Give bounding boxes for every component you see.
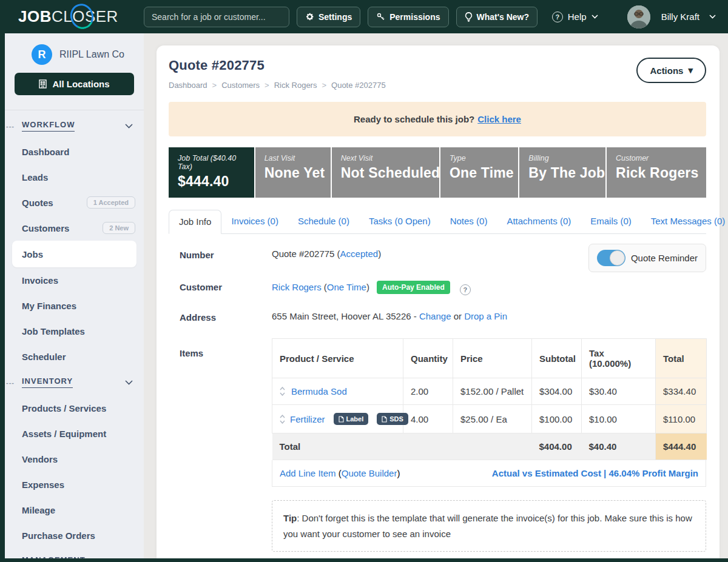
sidebar-item-label: Job Templates bbox=[22, 326, 85, 336]
chevron-down-icon[interactable] bbox=[709, 15, 716, 19]
sidebar-item-expenses[interactable]: Expenses bbox=[5, 472, 144, 497]
stat-next-visit: Next VisitNot Scheduled bbox=[332, 147, 439, 198]
quotes-badge: 1 Accepted bbox=[87, 196, 135, 209]
settings-button[interactable]: Settings bbox=[297, 7, 360, 27]
stat-value: $444.40 bbox=[178, 173, 245, 190]
tab-emails[interactable]: Emails (0) bbox=[581, 210, 641, 233]
breadcrumb: Dashboard > Customers > Rick Rogers > Qu… bbox=[169, 81, 386, 90]
stat-value: None Yet bbox=[265, 165, 322, 181]
total-row-total: $444.40 bbox=[656, 433, 707, 460]
customer-name-link[interactable]: Rick Rogers bbox=[272, 282, 322, 292]
sidebar-item-vendors[interactable]: Vendors bbox=[5, 446, 144, 472]
sidebar-item-assets-equipment[interactable]: Assets / Equipment bbox=[5, 421, 144, 446]
autopay-help-icon[interactable]: ? bbox=[460, 284, 471, 295]
col-header-price: Price bbox=[453, 339, 532, 378]
badge-label: SDS bbox=[389, 415, 403, 423]
sidebar-item-job-templates[interactable]: Job Templates bbox=[5, 318, 144, 344]
breadcrumb-customers[interactable]: Customers bbox=[221, 81, 260, 90]
section-dashes: --- bbox=[6, 122, 15, 130]
actions-button[interactable]: Actions ▾ bbox=[636, 58, 706, 83]
add-line-item-link[interactable]: Add Line Item bbox=[280, 468, 336, 478]
sidebar-item-jobs[interactable]: Jobs bbox=[12, 241, 136, 267]
customer-type-link[interactable]: One Time bbox=[327, 282, 366, 292]
sidebar-item-purchase-orders[interactable]: Purchase Orders bbox=[5, 523, 144, 548]
stat-type: TypeOne Time bbox=[440, 147, 518, 198]
change-address-link[interactable]: Change bbox=[419, 311, 451, 321]
content-card: Quote #202775 Dashboard > Customers > Ri… bbox=[157, 45, 720, 562]
tab-schedule[interactable]: Schedule (0) bbox=[288, 210, 359, 233]
tax-cell: $30.40 bbox=[582, 378, 656, 405]
col-header-total: Total bbox=[656, 339, 707, 378]
paren: ) bbox=[366, 282, 369, 292]
cost-links-group: Actual vs Estimated Cost | 46.04% Profit… bbox=[492, 468, 698, 478]
invoice-tip-box: Tip: Don't forget this is the template t… bbox=[272, 500, 706, 552]
table-total-row: Total $404.00 $40.40 $444.40 bbox=[272, 433, 707, 460]
tab-notes[interactable]: Notes (0) bbox=[440, 210, 497, 233]
tab-invoices[interactable]: Invoices (0) bbox=[221, 210, 288, 233]
stat-customer: CustomerRick Rogers bbox=[607, 147, 706, 198]
tab-tasks[interactable]: Tasks (0 Open) bbox=[359, 210, 440, 233]
logo-text-primary: JOB bbox=[18, 7, 52, 25]
search-input[interactable] bbox=[144, 7, 289, 27]
quote-reminder-toggle[interactable] bbox=[597, 250, 625, 266]
items-table-footer: Add Line Item (Quote Builder) Actual vs … bbox=[272, 460, 706, 487]
sidebar-item-leads[interactable]: Leads bbox=[5, 164, 144, 190]
sidebar-item-products-services[interactable]: Products / Services bbox=[5, 395, 144, 421]
sidebar-item-mileage[interactable]: Mileage bbox=[5, 497, 144, 523]
product-link[interactable]: Fertilizer bbox=[290, 414, 325, 424]
tip-text: : Don't forget this is the template that… bbox=[283, 513, 692, 539]
quote-builder-link[interactable]: Quote Builder bbox=[342, 468, 397, 478]
quote-reminder-label: Quote Reminder bbox=[631, 253, 698, 263]
sidebar-item-my-finances[interactable]: My Finances bbox=[5, 293, 144, 318]
tab-job-info[interactable]: Job Info bbox=[169, 210, 221, 234]
number-value: Quote #202775 (Accepted) bbox=[272, 249, 381, 259]
help-menu[interactable]: ? Help bbox=[552, 12, 598, 22]
address-value: 655 Main Street, Hoover AL 35226 - Chang… bbox=[272, 311, 507, 321]
user-avatar[interactable] bbox=[627, 5, 650, 28]
breadcrumb-dashboard[interactable]: Dashboard bbox=[169, 81, 207, 90]
row-sort-handle[interactable] bbox=[280, 415, 285, 424]
accepted-status-link[interactable]: Accepted bbox=[340, 249, 379, 259]
customer-value: Rick Rogers (One Time) Auto-Pay Enabled … bbox=[272, 281, 471, 295]
product-link[interactable]: Bermuda Sod bbox=[291, 386, 347, 396]
chevron-down-icon bbox=[592, 15, 598, 19]
sds-file-badge[interactable]: SDS bbox=[377, 413, 408, 425]
whats-new-button[interactable]: What's New? bbox=[456, 7, 538, 27]
app-logo: JOBCLOSER bbox=[18, 7, 144, 26]
sidebar-item-invoices[interactable]: Invoices bbox=[5, 267, 144, 293]
row-sort-handle[interactable] bbox=[280, 387, 285, 396]
lightbulb-icon bbox=[465, 12, 473, 22]
user-name[interactable]: Billy Kraft bbox=[661, 12, 699, 22]
tab-text-messages[interactable]: Text Messages (0) bbox=[641, 210, 728, 233]
gear-icon bbox=[305, 12, 314, 21]
sidebar-item-customers[interactable]: Customers2 New bbox=[5, 215, 144, 241]
quantity-cell: 4.00 bbox=[403, 405, 453, 433]
sidebar-item-quotes[interactable]: Quotes1 Accepted bbox=[5, 190, 144, 215]
tab-attachments[interactable]: Attachments (0) bbox=[497, 210, 581, 233]
drop-a-pin-link[interactable]: Drop a Pin bbox=[464, 311, 507, 321]
stat-billing: BillingBy The Job bbox=[519, 147, 605, 198]
profit-margin-link[interactable]: 46.04% Profit Margin bbox=[608, 468, 698, 478]
sidebar-item-dashboard[interactable]: Dashboard bbox=[5, 139, 144, 164]
sidebar-section-workflow[interactable]: --- WORKFLOW bbox=[5, 113, 144, 139]
add-line-item-group: Add Line Item (Quote Builder) bbox=[280, 468, 400, 478]
breadcrumb-separator: > bbox=[322, 81, 326, 90]
sidebar-item-label: Vendors bbox=[22, 454, 58, 464]
autopay-enabled-badge: Auto-Pay Enabled bbox=[377, 281, 450, 294]
col-header-tax: Tax (10.000%) bbox=[582, 339, 656, 378]
building-icon bbox=[39, 79, 47, 89]
banner-click-here-link[interactable]: Click here bbox=[477, 114, 521, 124]
sidebar-section-inventory[interactable]: --- INVENTORY bbox=[5, 369, 144, 395]
total-row-tax: $40.40 bbox=[582, 433, 656, 460]
permissions-button[interactable]: Permissions bbox=[368, 7, 448, 27]
actual-vs-estimated-link[interactable]: Actual vs Estimated Cost bbox=[492, 468, 601, 478]
sidebar-item-scheduler[interactable]: Scheduler bbox=[5, 344, 144, 369]
sidebar-item-label: Quotes bbox=[22, 198, 53, 208]
total-row-subtotal: $404.00 bbox=[532, 433, 582, 460]
breadcrumb-rick-rogers[interactable]: Rick Rogers bbox=[274, 81, 317, 90]
label-file-badge[interactable]: Label bbox=[334, 413, 369, 425]
sidebar-item-label: Dashboard bbox=[22, 147, 69, 157]
company-row[interactable]: R RIIPL Lawn Co bbox=[5, 33, 144, 65]
all-locations-button[interactable]: All Locations bbox=[15, 73, 134, 95]
sidebar-item-label: Customers bbox=[22, 223, 69, 233]
